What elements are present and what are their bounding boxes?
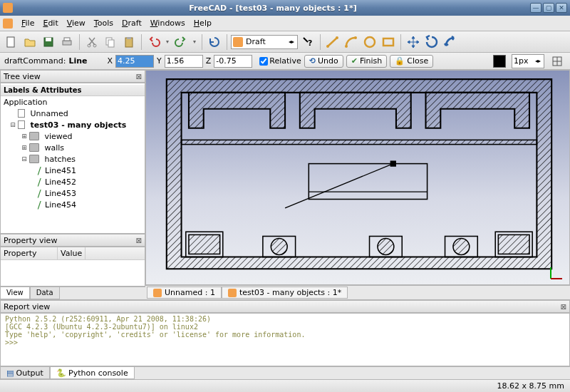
- draft-circle-icon[interactable]: [361, 33, 378, 51]
- svg-point-14: [345, 45, 348, 48]
- tab-output[interactable]: ▤ Output: [0, 367, 50, 379]
- menu-edit[interactable]: Edit: [38, 17, 62, 29]
- svg-point-13: [336, 36, 338, 39]
- workbench-selector[interactable]: Draft ◂▸: [231, 35, 298, 49]
- svg-rect-22: [189, 234, 220, 254]
- svg-rect-10: [127, 37, 131, 39]
- svg-rect-8: [108, 40, 114, 47]
- tree-doc-unnamed[interactable]: Unnamed: [1, 108, 145, 119]
- doc-tab-test03[interactable]: test03 - many objects : 1*: [222, 287, 348, 299]
- color-swatch[interactable]: [493, 55, 506, 68]
- whats-this-icon[interactable]: ?: [299, 33, 316, 51]
- x-input[interactable]: [115, 55, 154, 68]
- draft-arc-icon[interactable]: [343, 33, 360, 51]
- property-view-header: Property view⊠: [0, 234, 145, 247]
- maximize-button[interactable]: ▢: [543, 3, 554, 13]
- doc-tab-unnamed[interactable]: Unnamed : 1: [147, 287, 222, 299]
- window-title: FreeCAD - [test03 - many objects : 1*]: [17, 4, 529, 13]
- print-icon[interactable]: [58, 33, 76, 51]
- tree-view[interactable]: Labels & Attributes Application Unnamed …: [0, 83, 145, 234]
- open-file-icon[interactable]: [21, 33, 38, 51]
- app-icon-small: [3, 19, 13, 29]
- workbench-label: Draft: [246, 37, 266, 46]
- property-col: Property: [1, 247, 58, 259]
- svg-line-33: [285, 164, 393, 208]
- property-table[interactable]: PropertyValue: [0, 247, 145, 287]
- tree-line-452[interactable]: ⧸Line452: [1, 176, 145, 187]
- minimize-button[interactable]: —: [530, 3, 542, 13]
- folder-icon: [29, 132, 39, 140]
- finish-button[interactable]: ✔Finish: [346, 55, 388, 68]
- propview-close-icon[interactable]: ⊠: [136, 237, 142, 244]
- z-input[interactable]: [214, 55, 252, 68]
- linewidth-selector[interactable]: 1px◂▸: [512, 54, 544, 68]
- line-icon: ⧸: [35, 177, 43, 186]
- tree-close-icon[interactable]: ⊠: [136, 73, 142, 81]
- tree-columns-header: Labels & Attributes: [1, 85, 145, 96]
- draft-rectangle-icon[interactable]: [380, 33, 397, 51]
- tab-view[interactable]: View: [0, 287, 30, 299]
- undo-dropdown-icon[interactable]: ▾: [164, 33, 171, 51]
- tree-folder-hatches[interactable]: ⊟ hatches: [1, 153, 145, 165]
- status-coords: 18.62 x 8.75 mm: [497, 381, 564, 391]
- copy-icon[interactable]: [102, 33, 119, 51]
- menu-tools[interactable]: Tools: [90, 17, 118, 29]
- tree-folder-viewed[interactable]: ⊞ viewed: [1, 130, 145, 142]
- draft-command-label: draftCommand:: [4, 56, 66, 66]
- line-icon: ⧸: [35, 189, 43, 197]
- window-titlebar: FreeCAD - [test03 - many objects : 1*] —…: [0, 0, 570, 16]
- redo-icon[interactable]: [172, 33, 190, 51]
- 3d-viewport[interactable]: [145, 70, 570, 285]
- menu-file[interactable]: File: [17, 17, 38, 29]
- axis-indicator-icon: [548, 264, 565, 282]
- main-toolbar: ▾ ▾ Draft ◂▸ ?: [0, 31, 570, 53]
- relative-checkbox[interactable]: Relative: [259, 56, 301, 66]
- save-icon[interactable]: [40, 33, 57, 51]
- x-label: X: [107, 56, 113, 66]
- document-icon: [18, 120, 25, 129]
- document-tabs: Unnamed : 1 test03 - many objects : 1*: [145, 285, 570, 299]
- svg-rect-3: [63, 41, 71, 45]
- python-console[interactable]: Python 2.5.2 (r252:60911, Apr 21 2008, 1…: [0, 313, 570, 366]
- draft-offset-icon[interactable]: [442, 33, 459, 51]
- undo-icon[interactable]: [145, 33, 162, 51]
- menu-draft[interactable]: Draft: [118, 17, 146, 29]
- svg-rect-2: [46, 38, 51, 41]
- svg-rect-17: [383, 38, 393, 46]
- undo-button[interactable]: ⟲Undo: [304, 55, 343, 68]
- redo-dropdown-icon[interactable]: ▾: [191, 33, 198, 51]
- report-view-header: Report view⊠: [0, 300, 570, 313]
- tree-doc-test03[interactable]: ⊟ test03 - many objects: [1, 119, 145, 130]
- tree-folder-walls[interactable]: ⊞ walls: [1, 142, 145, 153]
- report-close-icon[interactable]: ⊠: [561, 303, 566, 311]
- close-command-button[interactable]: 🔒Close: [390, 55, 433, 68]
- menu-view[interactable]: View: [63, 17, 90, 29]
- close-button[interactable]: ✕: [556, 3, 567, 13]
- draft-move-icon[interactable]: [405, 33, 422, 51]
- menu-help[interactable]: Help: [190, 17, 216, 29]
- toggle-construction-icon[interactable]: [549, 53, 566, 70]
- svg-text:?: ?: [308, 38, 312, 48]
- doc-icon: [153, 289, 162, 297]
- draft-command-name: Line: [68, 56, 104, 66]
- tab-data[interactable]: Data: [30, 287, 60, 299]
- tree-root[interactable]: Application: [1, 96, 145, 108]
- draft-rotate-icon[interactable]: [423, 33, 440, 51]
- paste-icon[interactable]: [120, 33, 138, 51]
- tree-view-header: Tree view⊠: [0, 70, 145, 83]
- menu-windows[interactable]: Windows: [146, 17, 190, 29]
- app-icon: [3, 3, 13, 13]
- refresh-icon[interactable]: [206, 33, 223, 51]
- tree-line-453[interactable]: ⧸Line453: [1, 187, 145, 199]
- document-icon: [18, 109, 25, 118]
- tree-line-451[interactable]: ⧸Line451: [1, 165, 145, 176]
- tab-python-console[interactable]: 🐍 Python console: [50, 367, 135, 379]
- new-file-icon[interactable]: [3, 33, 20, 51]
- svg-point-12: [326, 45, 329, 48]
- tree-line-454[interactable]: ⧸Line454: [1, 199, 145, 210]
- y-input[interactable]: [165, 55, 203, 68]
- cut-icon[interactable]: [83, 33, 100, 51]
- z-label: Z: [206, 56, 212, 66]
- draft-line-icon[interactable]: [324, 33, 341, 51]
- menu-bar: File Edit View Tools Draft Windows Help: [0, 16, 570, 31]
